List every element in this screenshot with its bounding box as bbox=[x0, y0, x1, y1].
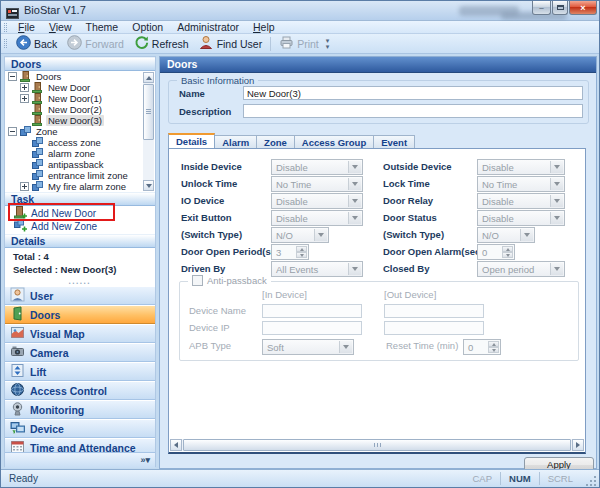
io-device-select[interactable]: Disable bbox=[271, 193, 363, 209]
door-icon bbox=[32, 104, 43, 115]
expand-icon[interactable] bbox=[20, 83, 29, 92]
toolbar-overflow-button[interactable]: ▾▾ bbox=[326, 38, 330, 50]
scrollbar-thumb[interactable] bbox=[183, 439, 571, 451]
menu-help[interactable]: Help bbox=[246, 21, 282, 34]
switch-type-right-select[interactable]: N/O bbox=[477, 227, 535, 243]
switch-type-left-label: (Switch Type) bbox=[181, 227, 242, 242]
nav-lift[interactable]: Lift bbox=[5, 362, 155, 381]
resize-grip[interactable] bbox=[594, 484, 596, 486]
scrollbar-thumb[interactable] bbox=[143, 84, 154, 140]
num-lock-indicator: NUM bbox=[500, 472, 539, 485]
nav-visual-map[interactable]: Visual Map bbox=[5, 324, 155, 343]
scroll-left-arrow[interactable] bbox=[170, 439, 182, 451]
find-user-button[interactable]: Find User bbox=[194, 34, 268, 53]
description-input[interactable] bbox=[243, 104, 583, 118]
out-device-header: [Out Device] bbox=[384, 288, 436, 302]
menu-administrator[interactable]: Administrator bbox=[170, 21, 246, 34]
expand-icon[interactable] bbox=[20, 94, 29, 103]
door-open-alarm-spinner[interactable]: 0 bbox=[477, 244, 515, 260]
refresh-button[interactable]: Refresh bbox=[129, 34, 194, 53]
zone-icon bbox=[20, 126, 31, 137]
apb-type-select[interactable]: Soft bbox=[262, 339, 354, 355]
find-user-icon bbox=[199, 35, 214, 52]
closed-by-select[interactable]: Open period bbox=[477, 261, 565, 277]
driven-by-select[interactable]: All Events bbox=[271, 261, 363, 277]
collapse-icon[interactable] bbox=[8, 127, 17, 136]
door-open-period-label: Door Open Period(sec) bbox=[181, 244, 284, 259]
spin-down-icon[interactable] bbox=[488, 347, 499, 353]
door-relay-select[interactable]: Disable bbox=[477, 193, 565, 209]
menu-file[interactable]: File bbox=[11, 21, 42, 34]
exit-button-label: Exit Button bbox=[181, 210, 232, 225]
nav-access-control[interactable]: Access Control bbox=[5, 381, 155, 400]
exit-button-select[interactable]: Disable bbox=[271, 210, 363, 226]
tab-event[interactable]: Event bbox=[374, 135, 415, 149]
device-ip-in-input[interactable] bbox=[262, 321, 362, 335]
tab-details[interactable]: Details bbox=[168, 133, 215, 149]
dropdown-arrow-icon bbox=[348, 212, 361, 224]
nav-camera[interactable]: Camera bbox=[5, 343, 155, 362]
switch-type-left-select[interactable]: N/O bbox=[271, 227, 329, 243]
tree-item-new-door-3-selected[interactable]: New Door(3) bbox=[5, 115, 155, 126]
collapse-icon[interactable] bbox=[8, 72, 17, 81]
unlock-time-select[interactable]: No Time bbox=[271, 176, 363, 192]
scroll-right-arrow[interactable] bbox=[572, 439, 584, 451]
scroll-up-arrow[interactable] bbox=[143, 72, 154, 83]
outside-device-select[interactable]: Disable bbox=[477, 159, 565, 175]
spin-down-icon[interactable] bbox=[502, 252, 513, 258]
print-button[interactable]: Print bbox=[274, 34, 324, 53]
device-name-out-input[interactable] bbox=[384, 304, 484, 318]
forward-button[interactable]: Forward bbox=[62, 34, 129, 53]
horizontal-scrollbar[interactable] bbox=[170, 439, 584, 451]
door-open-period-spinner[interactable]: 3 bbox=[271, 244, 309, 260]
nav-doors[interactable]: Doors bbox=[5, 305, 155, 324]
lock-time-select[interactable]: No Time bbox=[477, 176, 565, 192]
tree-item-new-door-1[interactable]: New Door(1) bbox=[5, 93, 155, 104]
device-ip-out-input[interactable] bbox=[384, 321, 484, 335]
maximize-button[interactable] bbox=[552, 1, 568, 15]
device-name-in-input[interactable] bbox=[262, 304, 362, 318]
back-button[interactable]: Back bbox=[11, 34, 62, 53]
task-links: Add New Door Add New Zone bbox=[5, 207, 155, 233]
window-title: BioStar V1.7 bbox=[24, 4, 86, 16]
inside-device-select[interactable]: Disable bbox=[271, 159, 363, 175]
spin-down-icon[interactable] bbox=[296, 252, 307, 258]
tree-item-my-fire-alarm-zone[interactable]: My fire alarm zone bbox=[5, 181, 155, 192]
add-new-door-link[interactable]: Add New Door bbox=[5, 207, 155, 220]
menu-view[interactable]: View bbox=[42, 21, 79, 34]
minimize-button[interactable]: – bbox=[532, 1, 551, 15]
tab-alarm[interactable]: Alarm bbox=[215, 135, 257, 149]
door-status-select[interactable]: Disable bbox=[477, 210, 565, 226]
tree-item-antipassback[interactable]: antipassback bbox=[5, 159, 155, 170]
sidebar: Doors Doors New Door New Door(1) bbox=[4, 56, 156, 467]
tree-item-entrance-limit-zone[interactable]: entrance limit zone bbox=[5, 170, 155, 181]
nav-device[interactable]: Device bbox=[5, 419, 155, 438]
io-device-label: IO Device bbox=[181, 193, 224, 208]
tree-item-new-door[interactable]: New Door bbox=[5, 82, 155, 93]
tab-access-group[interactable]: Access Group bbox=[295, 135, 374, 149]
menu-option[interactable]: Option bbox=[125, 21, 170, 34]
close-button[interactable]: × bbox=[569, 1, 597, 15]
details-total: Total : 4 bbox=[5, 250, 155, 263]
visual-map-icon bbox=[10, 325, 25, 342]
access-control-icon bbox=[10, 382, 25, 399]
nav-overflow-chevron-icon[interactable]: »▾ bbox=[140, 455, 150, 465]
menu-theme[interactable]: Theme bbox=[79, 21, 126, 34]
anti-passback-checkbox[interactable] bbox=[192, 275, 203, 286]
scroll-down-arrow[interactable] bbox=[143, 180, 154, 191]
nav-monitoring[interactable]: Monitoring bbox=[5, 400, 155, 419]
tab-zone[interactable]: Zone bbox=[257, 135, 295, 149]
tree-scrollbar[interactable] bbox=[143, 72, 154, 191]
forward-icon bbox=[67, 35, 82, 52]
tree-item-zone-root[interactable]: Zone bbox=[5, 126, 155, 137]
tree-item-access-zone[interactable]: access zone bbox=[5, 137, 155, 148]
tree-item-doors-root[interactable]: Doors bbox=[5, 71, 155, 82]
nav-user[interactable]: User bbox=[5, 286, 155, 305]
main-panel-title: Doors bbox=[160, 57, 596, 73]
add-new-zone-link[interactable]: Add New Zone bbox=[5, 220, 155, 233]
expand-icon[interactable] bbox=[20, 182, 29, 191]
reset-time-spinner[interactable]: 0 bbox=[463, 339, 501, 355]
tree-item-alarm-zone[interactable]: alarm zone bbox=[5, 148, 155, 159]
tree-item-new-door-2[interactable]: New Door(2) bbox=[5, 104, 155, 115]
name-input[interactable] bbox=[243, 86, 583, 100]
